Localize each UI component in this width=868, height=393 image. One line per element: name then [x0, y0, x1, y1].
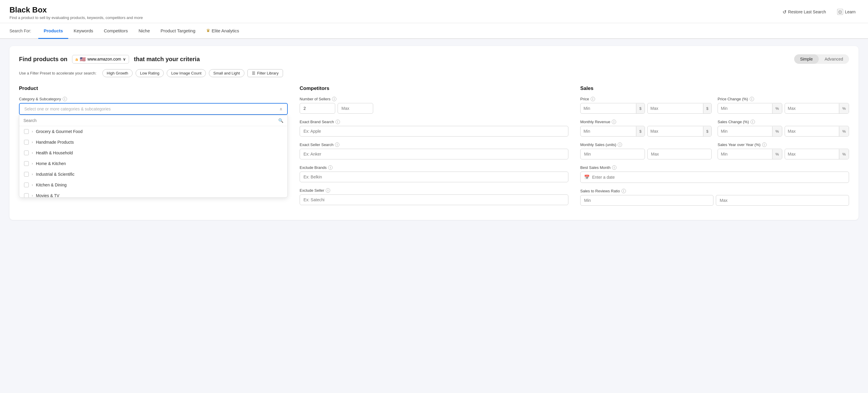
preset-chip-low-rating[interactable]: Low Rating [135, 69, 164, 77]
flag-icon: 🇺🇸 [80, 56, 86, 62]
filter-library-icon: ☰ [252, 71, 255, 75]
category-expand-kitchen[interactable]: › [32, 183, 33, 187]
competitors-column: Competitors Number of Sellers i Exact Br… [300, 86, 568, 212]
category-checkbox-kitchen[interactable] [24, 183, 29, 187]
sales-yoy-label: Sales Year over Year (%) [718, 143, 761, 147]
category-checkbox-handmade[interactable] [24, 140, 29, 145]
monthly-revenue-info-icon[interactable]: i [612, 120, 616, 124]
exact-seller-info-icon[interactable]: i [335, 143, 339, 147]
category-info-icon[interactable]: i [63, 97, 67, 101]
app-title: Black Box [9, 5, 143, 14]
tab-product-targeting[interactable]: Product Targeting [155, 24, 200, 39]
learn-button[interactable]: ⊡ Learn [834, 7, 859, 17]
tab-products[interactable]: Products [38, 24, 68, 39]
category-label-home-kitchen: Home & Kitchen [36, 161, 66, 166]
exact-brand-label: Exact Brand Search [300, 120, 334, 124]
sales-reviews-max-input[interactable] [716, 195, 849, 206]
sales-change-info-icon[interactable]: i [750, 120, 755, 124]
price-info-icon[interactable]: i [591, 97, 595, 101]
exclude-brands-input[interactable] [300, 172, 568, 182]
category-checkbox-movies[interactable] [24, 193, 29, 198]
exclude-seller-info-icon[interactable]: i [326, 188, 330, 193]
filter-presets: Use a Filter Preset to accelerate your s… [19, 69, 849, 77]
category-label-handmade: Handmade Products [36, 140, 74, 145]
exact-brand-input[interactable] [300, 126, 568, 137]
preset-chip-low-image-count[interactable]: Low Image Count [167, 69, 206, 77]
sales-column-title: Sales [580, 86, 849, 91]
monthly-revenue-min-input[interactable] [581, 126, 636, 136]
preset-chip-small-and-light[interactable]: Small and Light [209, 69, 244, 77]
category-label: Category & Subcategory [19, 97, 61, 101]
price-change-info-icon[interactable]: i [750, 97, 754, 101]
category-item-health[interactable]: › Health & Household [19, 148, 287, 158]
category-item-movies[interactable]: › Movies & TV [19, 190, 287, 198]
monthly-revenue-label: Monthly Revenue [580, 120, 610, 124]
sales-yoy-min-input[interactable] [718, 149, 772, 159]
category-expand-health[interactable]: › [32, 151, 33, 155]
crown-icon: ♛ [206, 28, 210, 33]
category-chevron-up-icon: ∧ [279, 107, 282, 111]
sales-change-min-input[interactable] [718, 126, 772, 136]
category-checkbox-home-kitchen[interactable] [24, 161, 29, 166]
calendar-icon: 📅 [584, 175, 590, 180]
category-checkbox-health[interactable] [24, 150, 29, 155]
price-min-input[interactable] [581, 103, 636, 113]
sales-reviews-info-icon[interactable]: i [621, 189, 626, 193]
tab-keywords[interactable]: Keywords [68, 24, 98, 39]
app-subtitle: Find a product to sell by evaluating pro… [9, 16, 143, 23]
monthly-sales-info-icon[interactable]: i [618, 143, 622, 147]
category-dropdown: 🔍 › Grocery & Gourmet Food › Handmade Pr… [19, 115, 288, 198]
preset-chip-high-growth[interactable]: High Growth [102, 69, 133, 77]
monthly-sales-min-input[interactable] [580, 149, 645, 159]
exact-seller-input[interactable] [300, 149, 568, 159]
sales-change-label: Sales Change (%) [718, 120, 749, 124]
price-change-max-input[interactable] [785, 103, 839, 113]
simple-mode-button[interactable]: Simple [794, 54, 819, 64]
category-item-kitchen[interactable]: › Kitchen & Dining [19, 180, 287, 190]
exclude-seller-input[interactable] [300, 194, 568, 205]
category-item-grocery[interactable]: › Grocery & Gourmet Food [19, 126, 287, 137]
exclude-brands-label: Exclude Brands [300, 165, 327, 170]
sellers-info-icon[interactable]: i [332, 97, 336, 101]
amazon-selector[interactable]: a 🇺🇸 www.amazon.com ∨ [72, 55, 129, 63]
restore-last-search-button[interactable]: ↺ Restore Last Search [780, 7, 829, 17]
category-expand-grocery[interactable]: › [32, 129, 33, 133]
sales-yoy-max-input[interactable] [785, 149, 839, 159]
category-expand-movies[interactable]: › [32, 193, 33, 198]
category-select-button[interactable]: Select one or more categories & subcateg… [19, 103, 288, 115]
sellers-max-input[interactable] [338, 103, 373, 114]
category-item-industrial[interactable]: › Industrial & Scientific [19, 169, 287, 180]
exact-brand-info-icon[interactable]: i [336, 120, 340, 124]
best-sales-month-info-icon[interactable]: i [612, 165, 616, 170]
best-sales-month-input-wrapper: 📅 [580, 172, 849, 183]
sellers-min-input[interactable] [300, 103, 335, 114]
exclude-brands-info-icon[interactable]: i [328, 165, 333, 170]
category-item-home-kitchen[interactable]: › Home & Kitchen [19, 158, 287, 169]
monthly-revenue-max-input[interactable] [648, 126, 703, 136]
search-for-label: Search For: [9, 24, 31, 37]
price-change-label: Price Change (%) [718, 97, 748, 101]
sales-change-max-unit: % [839, 126, 849, 136]
best-sales-month-input[interactable] [592, 175, 845, 180]
sales-yoy-info-icon[interactable]: i [762, 143, 767, 147]
category-expand-home-kitchen[interactable]: › [32, 161, 33, 165]
filter-library-button[interactable]: ☰ Filter Library [247, 69, 283, 77]
sales-reviews-min-input[interactable] [580, 195, 713, 206]
price-change-min-input[interactable] [718, 103, 772, 113]
monthly-sales-max-input[interactable] [647, 149, 712, 159]
category-item-handmade[interactable]: › Handmade Products [19, 137, 287, 148]
category-checkbox-grocery[interactable] [24, 129, 29, 134]
sales-change-max-input[interactable] [785, 126, 839, 136]
category-expand-industrial[interactable]: › [32, 172, 33, 176]
product-column: Product Category & Subcategory i Select … [19, 86, 288, 212]
category-search-input[interactable] [24, 118, 276, 123]
tab-niche[interactable]: Niche [133, 24, 155, 39]
advanced-mode-button[interactable]: Advanced [819, 54, 849, 64]
search-icon: 🔍 [278, 118, 283, 123]
presets-label: Use a Filter Preset to accelerate your s… [19, 71, 96, 75]
tab-competitors[interactable]: Competitors [98, 24, 133, 39]
price-max-input[interactable] [648, 103, 703, 113]
category-checkbox-industrial[interactable] [24, 172, 29, 177]
category-expand-handmade[interactable]: › [32, 140, 33, 144]
tab-elite-analytics[interactable]: ♛ Elite Analytics [201, 23, 245, 39]
